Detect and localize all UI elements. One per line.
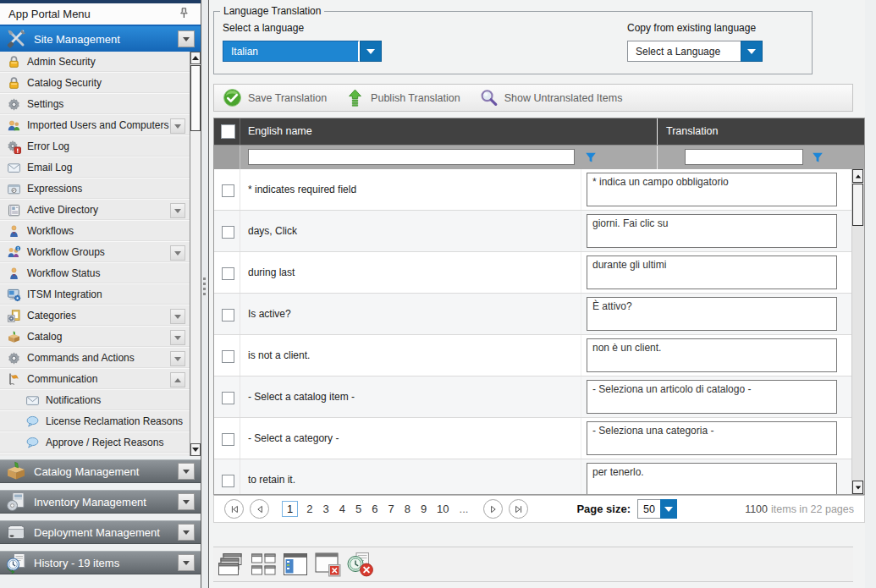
column-divider [581,252,581,293]
column-header-english[interactable]: English name [248,118,312,145]
item-expand-button[interactable] [170,245,185,261]
sidebar-section-catalog-management[interactable]: Catalog Management [0,459,201,483]
row-checkbox[interactable] [222,350,234,363]
translation-input[interactable] [587,380,837,414]
page-number-button[interactable]: 6 [372,503,377,515]
sidebar-item-expressions[interactable]: Expressions [0,179,190,200]
scroll-down-button[interactable] [190,443,201,456]
sidebar-item-catalog[interactable]: Catalog [0,327,190,348]
column-header-translation[interactable]: Translation [666,118,718,145]
page-number-button[interactable]: 7 [388,503,394,515]
next-page-button[interactable] [483,499,503,519]
item-expand-button[interactable] [170,203,185,218]
sidebar-section-history-19-items[interactable]: History - 19 items [0,551,201,574]
item-expand-button[interactable] [170,330,185,345]
sidebar-item-license-reclamation-reasons[interactable]: License Reclamation Reasons [0,411,190,432]
sidebar-item-imported-users-and-computers[interactable]: Imported Users and Computers [0,115,190,136]
sidebar-item-commands-and-actions[interactable]: Commands and Actions [0,348,190,369]
sidebar-item-admin-security[interactable]: Admin Security [0,52,190,73]
scroll-down-button[interactable] [852,481,863,494]
page-size-select[interactable]: 50 [637,499,677,519]
filter-funnel-icon[interactable] [812,151,824,163]
sidebar-section-inventory-management[interactable]: Inventory Management [0,490,201,514]
grid-vertical-scrollbar[interactable] [851,169,864,494]
row-checkbox[interactable] [222,309,234,321]
page-number-button[interactable]: 9 [421,503,427,515]
select-all-checkbox[interactable] [221,124,235,139]
sidebar-item-approve-reject-reasons[interactable]: Approve / Reject Reasons [0,432,190,453]
save-translation-button[interactable]: Save Translation [223,88,327,107]
sidebar-item-categories[interactable]: Categories [0,305,190,327]
item-expand-button[interactable] [170,309,185,324]
page-number-button[interactable]: 10 [437,503,449,515]
sidebar-section-deployment-management[interactable]: Deployment Management [0,520,201,544]
page-number-current[interactable]: 1 [282,501,298,517]
section-expand-button[interactable] [178,463,195,480]
panel-window-icon[interactable] [281,550,310,579]
publish-translation-button[interactable]: Publish Translation [345,88,460,107]
sidebar-section-site-management[interactable]: Site Management [0,26,201,52]
prev-page-button[interactable] [250,499,269,519]
page-number-button[interactable]: 4 [339,503,345,515]
translation-input[interactable] [587,256,837,289]
scroll-up-button[interactable] [190,52,201,64]
sidebar-item-active-directory[interactable]: Active Directory [0,200,190,221]
translation-input[interactable] [587,297,837,331]
translation-filter-input[interactable] [685,149,803,165]
last-page-button[interactable] [509,499,528,519]
sidebar-item-workflow-status[interactable]: Workflow Status [0,263,190,284]
section-expand-button[interactable] [178,493,195,510]
row-checkbox[interactable] [222,184,234,197]
sidebar-item-itsm-integration[interactable]: ITSM Integration [0,284,190,305]
scroll-up-button[interactable] [852,169,863,183]
section-expand-button[interactable] [178,524,195,541]
sidebar-item-notifications[interactable]: Notifications [0,390,190,411]
page-number-button[interactable]: 2 [306,503,312,515]
cancel-history-icon[interactable] [345,550,374,579]
translation-input[interactable] [587,463,837,494]
section-collapse-button[interactable] [178,30,195,47]
row-checkbox[interactable] [222,392,234,404]
filter-funnel-icon[interactable] [585,151,597,163]
row-checkbox[interactable] [222,475,234,487]
translation-input[interactable] [587,173,837,206]
sidebar-item-error-log[interactable]: Error Log [0,136,190,157]
show-untranslated-button[interactable]: Show Untranslated Items [479,88,623,107]
page-size-dropdown-button[interactable] [660,499,677,519]
pin-icon[interactable] [178,7,190,19]
english-filter-input[interactable] [248,149,575,165]
sidebar-item-workflow-groups[interactable]: Workflow Groups [0,242,190,263]
sidebar-item-catalog-security[interactable]: Catalog Security [0,73,190,94]
close-window-icon[interactable] [313,550,342,579]
language-select[interactable]: Italian [223,41,382,62]
language-select-dropdown-button[interactable] [360,41,382,62]
page-number-button[interactable]: 3 [322,503,328,515]
sidebar-scrollbar[interactable] [190,52,201,456]
translation-input[interactable] [587,214,837,248]
sidebar-splitter[interactable] [201,0,209,588]
cascade-windows-icon[interactable] [217,550,245,579]
copy-language-dropdown-button[interactable] [741,41,763,62]
scrollbar-thumb[interactable] [852,184,863,226]
gear-icon [7,351,21,365]
column-divider [240,335,240,376]
sidebar-item-workflows[interactable]: Workflows [0,221,190,242]
copy-language-select[interactable]: Select a Language [627,41,763,62]
page-number-button[interactable]: 8 [405,503,410,515]
page-number-button[interactable]: 5 [355,503,361,515]
scrollbar-thumb[interactable] [190,65,201,131]
item-expand-button[interactable] [170,372,185,387]
item-expand-button[interactable] [170,118,185,134]
sidebar-item-settings[interactable]: Settings [0,94,190,115]
sidebar-item-communication[interactable]: Communication [0,369,190,390]
translation-input[interactable] [587,338,837,372]
row-checkbox[interactable] [222,226,234,239]
translation-input[interactable] [587,421,837,455]
item-expand-button[interactable] [170,351,185,366]
tile-windows-icon[interactable] [249,550,278,579]
row-checkbox[interactable] [222,267,234,280]
first-page-button[interactable] [224,499,244,519]
section-expand-button[interactable] [178,554,195,571]
sidebar-item-email-log[interactable]: Email Log [0,157,190,179]
row-checkbox[interactable] [222,433,234,446]
